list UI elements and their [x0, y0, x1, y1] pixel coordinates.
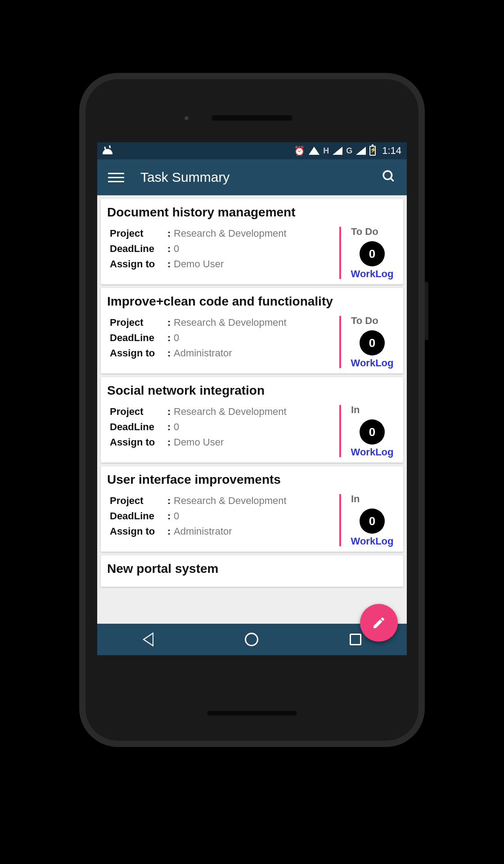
project-label: Project	[110, 404, 167, 419]
card-divider	[339, 316, 341, 368]
status-time: 1:14	[382, 145, 401, 157]
task-card[interactable]: User interface improvements Project:Rese…	[101, 466, 403, 552]
task-title: Document history management	[107, 205, 397, 220]
deadline-value: 0	[174, 330, 179, 346]
project-value: Research & Development	[174, 493, 287, 508]
count-badge: 0	[360, 241, 385, 266]
count-badge: 0	[360, 330, 385, 356]
task-details: Project:Research & Development DeadLine:…	[107, 315, 337, 369]
phone-frame: H G 1:14 Task Summary Document history m…	[86, 79, 418, 741]
deadline-value: 0	[174, 508, 179, 524]
card-divider	[339, 494, 341, 546]
phone-speaker	[212, 115, 292, 121]
task-card[interactable]: Improve+clean code and functionality Pro…	[101, 288, 403, 374]
assign-label: Assign to	[110, 435, 167, 450]
wifi-icon	[309, 147, 320, 155]
worklog-link[interactable]: WorkLog	[347, 446, 397, 458]
network-g-label: G	[346, 146, 352, 156]
task-details: Project:Research & Development DeadLine:…	[107, 493, 337, 547]
assign-label: Assign to	[110, 524, 167, 539]
worklog-link[interactable]: WorkLog	[347, 268, 397, 280]
task-card[interactable]: Social network integration Project:Resea…	[101, 377, 403, 463]
status-badge: In	[347, 404, 397, 416]
assign-value: Administrator	[174, 346, 232, 361]
page-title: Task Summary	[140, 170, 382, 185]
svg-line-1	[391, 178, 394, 181]
assign-label: Assign to	[110, 256, 167, 272]
deadline-label: DeadLine	[110, 241, 167, 256]
status-badge: To Do	[347, 226, 397, 238]
status-column: In 0 WorkLog	[347, 493, 397, 547]
status-column: To Do 0 WorkLog	[347, 226, 397, 280]
count-badge: 0	[360, 419, 385, 445]
fab-edit-button[interactable]	[360, 604, 398, 642]
project-value: Research & Development	[174, 226, 287, 241]
search-icon[interactable]	[382, 169, 396, 185]
card-divider	[339, 227, 341, 279]
alarm-icon	[294, 145, 305, 157]
nav-home-icon[interactable]	[245, 633, 258, 646]
assign-value: Administrator	[174, 524, 232, 539]
task-title: Improve+clean code and functionality	[107, 294, 397, 309]
assign-value: Demo User	[174, 256, 224, 272]
status-column: To Do 0 WorkLog	[347, 315, 397, 369]
status-bar: H G 1:14	[97, 142, 407, 159]
svg-point-0	[383, 171, 392, 180]
task-details: Project:Research & Development DeadLine:…	[107, 226, 337, 280]
status-badge: In	[347, 493, 397, 505]
deadline-value: 0	[174, 241, 179, 256]
phone-camera	[184, 116, 189, 120]
nav-recent-icon[interactable]	[350, 634, 361, 645]
nav-back-icon[interactable]	[143, 632, 153, 647]
project-value: Research & Development	[174, 404, 287, 419]
assign-label: Assign to	[110, 346, 167, 361]
task-card[interactable]: Document history management Project:Rese…	[101, 199, 403, 284]
phone-speaker-bottom	[207, 711, 297, 716]
status-column: In 0 WorkLog	[347, 404, 397, 458]
worklog-link[interactable]: WorkLog	[347, 536, 397, 547]
network-h-label: H	[323, 146, 329, 156]
task-title: New portal system	[107, 562, 397, 576]
deadline-label: DeadLine	[110, 330, 167, 346]
task-list[interactable]: Document history management Project:Rese…	[97, 195, 407, 624]
deadline-value: 0	[174, 419, 179, 435]
project-label: Project	[110, 493, 167, 508]
project-value: Research & Development	[174, 315, 287, 330]
status-badge: To Do	[347, 315, 397, 327]
count-badge: 0	[360, 508, 385, 534]
task-card[interactable]: New portal system	[101, 555, 403, 587]
task-details: Project:Research & Development DeadLine:…	[107, 404, 337, 458]
project-label: Project	[110, 226, 167, 241]
deadline-label: DeadLine	[110, 419, 167, 435]
battery-icon	[369, 146, 376, 156]
nav-bar	[97, 624, 407, 655]
project-label: Project	[110, 315, 167, 330]
signal-icon	[333, 147, 342, 155]
hamburger-menu-icon[interactable]	[108, 173, 124, 182]
screen: H G 1:14 Task Summary Document history m…	[97, 142, 407, 655]
android-icon	[103, 147, 112, 154]
phone-side-button	[425, 282, 428, 340]
signal-icon-2	[356, 147, 366, 155]
task-title: User interface improvements	[107, 472, 397, 487]
task-title: Social network integration	[107, 383, 397, 398]
worklog-link[interactable]: WorkLog	[347, 357, 397, 369]
assign-value: Demo User	[174, 435, 224, 450]
deadline-label: DeadLine	[110, 508, 167, 524]
app-bar: Task Summary	[97, 159, 407, 195]
pencil-icon	[372, 616, 386, 630]
card-divider	[339, 405, 341, 457]
